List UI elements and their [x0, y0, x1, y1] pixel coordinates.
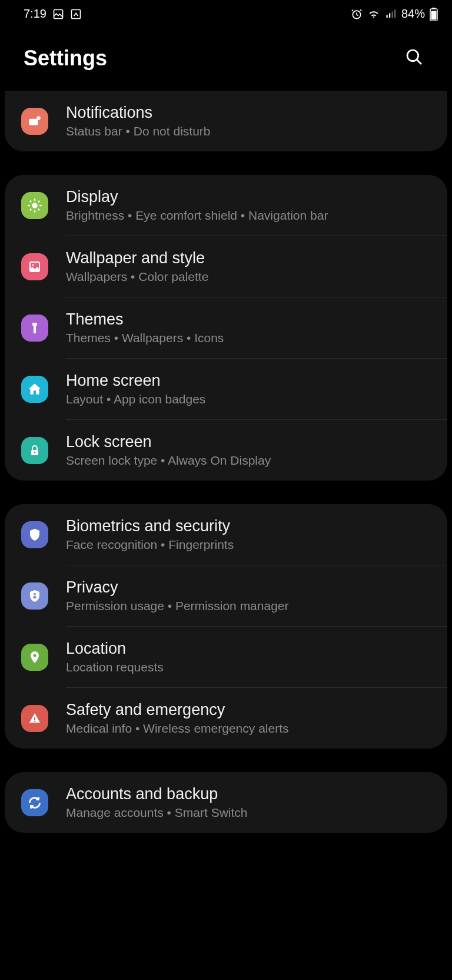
settings-item-wallpaper[interactable]: Wallpaper and styleWallpapers • Color pa…: [5, 236, 447, 297]
item-subtitle: Brightness • Eye comfort shield • Naviga…: [66, 208, 431, 223]
settings-item-homescreen[interactable]: Home screenLayout • App icon badges: [5, 359, 447, 419]
item-subtitle: Face recognition • Fingerprints: [66, 538, 431, 552]
item-title: Display: [66, 188, 431, 206]
item-title: Accounts and backup: [66, 785, 431, 803]
notifications-icon: [21, 108, 48, 135]
svg-rect-4: [389, 13, 390, 18]
svg-point-29: [34, 654, 36, 657]
svg-rect-25: [34, 327, 36, 333]
image-icon: [52, 8, 64, 20]
search-button[interactable]: [400, 43, 428, 73]
settings-item-themes[interactable]: ThemesThemes • Wallpapers • Icons: [5, 297, 447, 358]
item-subtitle: Medical info • Wireless emergency alerts: [66, 721, 431, 736]
item-title: Home screen: [66, 372, 431, 390]
privacy-icon: [21, 582, 48, 610]
page-header: Settings: [0, 25, 452, 91]
svg-rect-9: [431, 11, 437, 19]
wifi-icon: [367, 8, 380, 20]
item-title: Safety and emergency: [66, 701, 431, 719]
location-icon: [21, 644, 48, 671]
settings-item-privacy[interactable]: PrivacyPermission usage • Permission man…: [5, 565, 447, 626]
settings-item-lockscreen[interactable]: Lock screenScreen lock type • Always On …: [5, 420, 447, 481]
status-bar: 7:19 84%: [0, 0, 452, 25]
settings-item-biometrics[interactable]: Biometrics and securityFace recognition …: [5, 504, 447, 565]
svg-point-28: [34, 593, 36, 595]
wallpaper-icon: [21, 253, 48, 280]
alarm-icon: [351, 8, 363, 20]
svg-point-14: [32, 203, 37, 208]
item-title: Biometrics and security: [66, 517, 431, 535]
item-subtitle: Location requests: [66, 660, 431, 674]
settings-item-safety[interactable]: Safety and emergencyMedical info • Wirel…: [5, 688, 447, 749]
svg-rect-1: [71, 9, 80, 18]
item-text: ThemesThemes • Wallpapers • Icons: [66, 310, 431, 345]
settings-item-notifications[interactable]: NotificationsStatus bar • Do not disturb: [5, 91, 447, 151]
sync-icon: [21, 789, 48, 816]
svg-line-22: [38, 200, 39, 201]
settings-section: Accounts and backupManage accounts • Sma…: [5, 772, 447, 833]
svg-rect-3: [386, 15, 387, 18]
item-subtitle: Status bar • Do not disturb: [66, 124, 431, 138]
item-text: LocationLocation requests: [66, 640, 431, 674]
item-text: NotificationsStatus bar • Do not disturb: [66, 104, 431, 138]
search-icon: [405, 48, 424, 67]
item-text: PrivacyPermission usage • Permission man…: [66, 578, 431, 613]
item-subtitle: Layout • App icon badges: [66, 392, 431, 406]
home-icon: [21, 376, 48, 403]
svg-point-13: [36, 116, 41, 120]
settings-item-display[interactable]: DisplayBrightness • Eye comfort shield •…: [5, 175, 447, 236]
shield-icon: [21, 521, 48, 548]
item-text: Wallpaper and styleWallpapers • Color pa…: [66, 249, 431, 284]
settings-item-accounts[interactable]: Accounts and backupManage accounts • Sma…: [5, 772, 447, 833]
svg-line-11: [417, 59, 421, 64]
item-title: Themes: [66, 310, 431, 329]
battery-percent: 84%: [401, 7, 425, 21]
settings-section: NotificationsStatus bar • Do not disturb: [5, 91, 447, 151]
svg-line-20: [38, 208, 39, 210]
settings-section: DisplayBrightness • Eye comfort shield •…: [5, 175, 447, 481]
item-text: Accounts and backupManage accounts • Sma…: [66, 785, 431, 820]
item-text: DisplayBrightness • Eye comfort shield •…: [66, 188, 431, 223]
svg-point-24: [32, 264, 34, 266]
item-subtitle: Wallpapers • Color palette: [66, 270, 431, 284]
svg-rect-30: [34, 717, 35, 720]
item-text: Home screenLayout • App icon badges: [66, 372, 431, 406]
page-title: Settings: [24, 46, 107, 71]
battery-icon: [430, 8, 438, 21]
item-text: Safety and emergencyMedical info • Wirel…: [66, 701, 431, 736]
item-subtitle: Screen lock type • Always On Display: [66, 453, 431, 468]
display-icon: [21, 192, 48, 219]
item-subtitle: Permission usage • Permission manager: [66, 599, 431, 613]
svg-rect-6: [394, 9, 396, 18]
settings-item-location[interactable]: LocationLocation requests: [5, 627, 447, 687]
lock-icon: [21, 437, 48, 464]
svg-point-10: [407, 50, 418, 61]
status-time: 7:19: [24, 7, 46, 21]
svg-rect-12: [29, 118, 38, 125]
item-title: Wallpaper and style: [66, 249, 431, 267]
item-title: Location: [66, 640, 431, 658]
widget-icon: [70, 8, 82, 20]
item-text: Biometrics and securityFace recognition …: [66, 517, 431, 552]
svg-rect-31: [34, 721, 35, 722]
svg-line-21: [30, 208, 31, 210]
safety-icon: [21, 705, 48, 732]
svg-line-19: [30, 200, 31, 201]
item-subtitle: Themes • Wallpapers • Icons: [66, 331, 431, 345]
item-title: Privacy: [66, 578, 431, 597]
svg-point-27: [34, 451, 36, 453]
themes-icon: [21, 314, 48, 342]
item-text: Lock screenScreen lock type • Always On …: [66, 433, 431, 468]
item-title: Notifications: [66, 104, 431, 122]
item-subtitle: Manage accounts • Smart Switch: [66, 806, 431, 820]
signal-icon: [385, 9, 397, 19]
svg-rect-5: [391, 11, 393, 18]
item-title: Lock screen: [66, 433, 431, 451]
settings-section: Biometrics and securityFace recognition …: [5, 504, 447, 749]
